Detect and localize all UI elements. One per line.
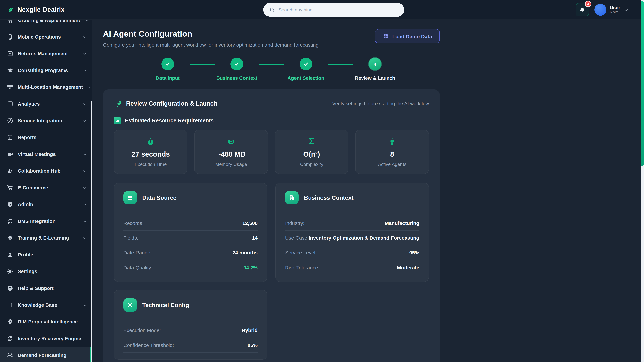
technical-config-header: Technical Config <box>124 298 258 312</box>
chevron-down-icon <box>82 186 87 190</box>
workflow-stepper: Data Input Business Context Agent Select… <box>103 58 440 81</box>
metric-complexity: Σ O(n²) Complexity <box>275 130 348 174</box>
step-complete-circle <box>161 58 174 70</box>
sidebar-item-collaboration-hub[interactable]: Collaboration Hub <box>0 163 92 179</box>
page-header: AI Agent Configuration Configure your in… <box>103 29 440 48</box>
shopping-cart-icon <box>7 184 14 191</box>
person-icon <box>7 251 14 258</box>
sidebar-item-analytics[interactable]: Analytics <box>0 95 92 112</box>
sidebar-item-returns-management[interactable]: Returns Management <box>0 45 92 62</box>
sidebar-item-consulting-programs[interactable]: Consulting Programs <box>0 62 92 79</box>
step-review-launch[interactable]: 4 Review & Launch <box>353 58 397 81</box>
top-bar: Nexgile-Dealrix 4 User Role <box>0 0 644 20</box>
review-panel: Review Configuration & Launch Verify set… <box>103 89 440 362</box>
chevron-down-icon <box>82 169 87 173</box>
video-camera-icon <box>7 151 14 158</box>
table-row: Data Quality: 94.2% <box>124 260 258 275</box>
load-demo-data-button[interactable]: Load Demo Data <box>375 29 440 43</box>
sidebar-item-ordering-replenishment[interactable]: Ordering & Replenishment <box>0 20 92 28</box>
step-connector <box>328 64 353 65</box>
sidebar-item-rim-proposal-intelligence[interactable]: RIM Proposal Intelligence <box>0 313 92 330</box>
page-scrollbar-thumb[interactable] <box>641 1 644 166</box>
data-source-title: Data Source <box>142 194 176 201</box>
top-right-controls: 4 User Role <box>576 3 644 16</box>
leaf-logo-icon <box>7 6 14 13</box>
chevron-down-icon <box>82 68 87 72</box>
smartphone-icon <box>7 33 14 40</box>
wrench-circle-icon <box>7 117 14 124</box>
resources-title: Estimated Resource Requirements <box>125 118 214 124</box>
step-business-context[interactable]: Business Context <box>215 58 258 81</box>
table-row: Execution Mode: Hybrid <box>124 323 258 338</box>
search-bar[interactable] <box>264 3 404 17</box>
technical-config-card: Technical Config Execution Mode: Hybrid … <box>114 290 267 360</box>
book-icon <box>7 302 14 308</box>
chevron-down-icon <box>82 236 87 240</box>
stopwatch-icon <box>146 137 155 146</box>
sidebar-item-dms-integration[interactable]: DMS Integration <box>0 213 92 230</box>
config-cards-left-column: Data Source Records: 12,500 Fields: 14 <box>114 183 267 360</box>
sidebar-item-knowledge-base[interactable]: Knowledge Base <box>0 297 92 313</box>
app-viewport: Nexgile-Dealrix 4 User Role <box>0 0 644 362</box>
chevron-down-icon <box>82 102 87 106</box>
step-connector <box>190 64 215 65</box>
notification-badge: 4 <box>585 1 591 7</box>
table-row: Service Level: 95% <box>285 245 419 260</box>
sidebar-item-admin[interactable]: Admin <box>0 196 92 213</box>
table-row: Date Range: 24 months <box>124 245 258 260</box>
return-box-icon <box>7 50 14 57</box>
user-menu[interactable]: User Role <box>594 4 628 16</box>
review-panel-title: Review Configuration & Launch <box>126 100 217 107</box>
storefront-icon <box>7 84 14 90</box>
cart-icon <box>7 20 14 23</box>
chevron-down-icon <box>82 219 87 223</box>
step-complete-circle <box>230 58 243 70</box>
sidebar-item-demand-forecasting[interactable]: Demand Forecasting <box>0 347 92 362</box>
sidebar-item-help-support[interactable]: ? Help & Support <box>0 280 92 297</box>
sidebar-item-profile[interactable]: Profile <box>0 246 92 263</box>
sidebar: Ordering & Replenishment Mobile Operatio… <box>0 20 92 362</box>
sidebar-item-multi-location-management[interactable]: Multi-Location Management <box>0 79 92 95</box>
chevron-down-icon <box>82 118 87 123</box>
step-connector <box>258 64 284 65</box>
building-icon <box>285 191 298 204</box>
step-agent-selection[interactable]: Agent Selection <box>284 58 328 81</box>
refresh-icon <box>7 335 14 342</box>
table-row: Confidence Threshold: 85% <box>124 338 258 353</box>
chevron-down-icon <box>82 303 87 307</box>
shield-icon <box>7 201 14 208</box>
search-icon <box>270 7 275 12</box>
sidebar-item-mobile-operations[interactable]: Mobile Operations <box>0 28 92 45</box>
review-panel-header: Review Configuration & Launch Verify set… <box>114 99 429 108</box>
step-data-input[interactable]: Data Input <box>146 58 190 81</box>
robot-icon <box>388 137 396 146</box>
page-scrollbar-track[interactable] <box>641 0 644 362</box>
data-source-rows: Records: 12,500 Fields: 14 Date Range: 2… <box>124 216 258 275</box>
sidebar-item-virtual-meetings[interactable]: Virtual Meetings <box>0 146 92 163</box>
business-context-card: Business Context Industry: Manufacturing… <box>276 183 429 282</box>
notifications-button[interactable]: 4 <box>576 3 589 16</box>
review-panel-note: Verify settings before starting the AI w… <box>332 101 429 106</box>
table-row: Use Case: Inventory Optimization & Deman… <box>285 231 419 245</box>
resources-header: Estimated Resource Requirements <box>114 117 429 124</box>
page-title: AI Agent Configuration <box>103 29 319 38</box>
sidebar-nav: Ordering & Replenishment Mobile Operatio… <box>0 20 92 362</box>
user-meta: User Role <box>610 5 620 15</box>
sidebar-item-ecommerce[interactable]: E-Commerce <box>0 179 92 196</box>
sync-person-icon <box>7 218 14 225</box>
trend-sparkle-icon <box>7 352 14 359</box>
sidebar-item-service-integration[interactable]: Service Integration <box>0 112 92 129</box>
chevron-down-icon <box>82 202 87 207</box>
table-row: Records: 12,500 <box>124 216 258 231</box>
rocket-icon <box>114 99 122 108</box>
sidebar-item-inventory-recovery-engine[interactable]: Inventory Recovery Engine <box>0 330 92 347</box>
sidebar-item-settings[interactable]: Settings <box>0 263 92 280</box>
gear-icon <box>124 298 137 312</box>
business-context-header: Business Context <box>285 191 419 204</box>
table-row: Fields: 14 <box>124 231 258 245</box>
sidebar-item-reports[interactable]: Reports <box>0 129 92 146</box>
server-list-icon <box>124 191 137 204</box>
sidebar-item-training-elearning[interactable]: Training & E-Learning <box>0 230 92 246</box>
brand-name: Nexgile-Dealrix <box>18 6 64 13</box>
search-input[interactable] <box>278 7 398 12</box>
